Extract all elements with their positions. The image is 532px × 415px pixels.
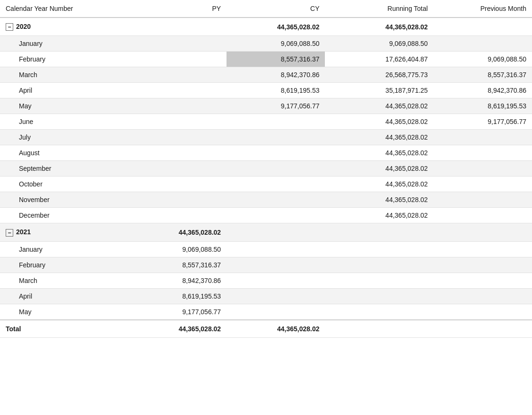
month-py-2020-march: [128, 67, 227, 83]
month-cy-2020-january: 9,069,088.50: [227, 36, 325, 52]
month-label-2020-may: May: [0, 98, 128, 114]
month-label-2020-october: October: [0, 177, 128, 192]
month-cy-2020-may: 9,177,056.77: [227, 98, 325, 114]
month-prev-month-2020-november: [434, 192, 532, 208]
header-cy: CY: [227, 0, 325, 18]
row-2020-march: March8,942,370.8626,568,775.738,557,316.…: [0, 67, 532, 83]
month-py-2020-december: [128, 208, 227, 223]
total-prev-month: [434, 320, 532, 338]
total-cy: 44,365,028.02: [227, 320, 325, 338]
header-running-total: Running Total: [325, 0, 433, 18]
month-cy-2020-july: [227, 130, 325, 145]
month-prev-month-2021-may: [434, 304, 532, 320]
month-py-2021-january: 9,069,088.50: [128, 241, 227, 257]
month-cy-2021-march: [227, 273, 325, 288]
month-py-2020-july: [128, 130, 227, 145]
month-label-2021-march: March: [0, 273, 128, 288]
month-prev-month-2020-october: [434, 177, 532, 192]
month-running-total-2020-november: 44,365,028.02: [325, 192, 433, 208]
row-2020-january: January9,069,088.509,069,088.50: [0, 36, 532, 52]
collapse-icon-2021[interactable]: −: [6, 229, 13, 237]
month-label-2020-september: September: [0, 161, 128, 177]
month-cy-2020-october: [227, 177, 325, 192]
month-running-total-2020-june: 44,365,028.02: [325, 114, 433, 130]
total-label: Total: [0, 320, 128, 338]
header-py: PY: [128, 0, 227, 18]
month-prev-month-2020-march: 8,557,316.37: [434, 67, 532, 83]
row-2021-march: March8,942,370.86: [0, 273, 532, 288]
month-running-total-2020-april: 35,187,971.25: [325, 83, 433, 98]
row-2020-april: April8,619,195.5335,187,971.258,942,370.…: [0, 83, 532, 98]
row-2020-november: November44,365,028.02: [0, 192, 532, 208]
month-py-2020-june: [128, 114, 227, 130]
month-cy-2020-december: [227, 208, 325, 223]
group-year-cy-2020: 44,365,028.02: [227, 18, 325, 36]
group-year-running-total-2020: 44,365,028.02: [325, 18, 433, 36]
month-label-2021-february: February: [0, 257, 128, 273]
month-running-total-2020-october: 44,365,028.02: [325, 177, 433, 192]
header-row: Calendar Year Number PY CY Running Total…: [0, 0, 532, 18]
month-cy-2020-march: 8,942,370.86: [227, 67, 325, 83]
row-2021-january: January9,069,088.50: [0, 241, 532, 257]
month-prev-month-2020-june: 9,177,056.77: [434, 114, 532, 130]
month-prev-month-2020-august: [434, 145, 532, 161]
month-label-2021-january: January: [0, 241, 128, 257]
month-cy-2020-september: [227, 161, 325, 177]
month-running-total-2021-february: [325, 257, 433, 273]
month-running-total-2021-january: [325, 241, 433, 257]
month-prev-month-2020-may: 8,619,195.53: [434, 98, 532, 114]
month-py-2020-april: [128, 83, 227, 98]
group-year-prev-month-2020: [434, 18, 532, 36]
month-label-2021-april: April: [0, 288, 128, 304]
month-py-2021-may: 9,177,056.77: [128, 304, 227, 320]
month-running-total-2020-february: 17,626,404.87: [325, 52, 433, 67]
month-running-total-2021-april: [325, 288, 433, 304]
month-py-2020-february: [128, 52, 227, 67]
month-cy-2021-february: [227, 257, 325, 273]
month-label-2020-march: March: [0, 67, 128, 83]
month-py-2020-january: [128, 36, 227, 52]
row-2020-september: September44,365,028.02: [0, 161, 532, 177]
month-prev-month-2020-april: 8,942,370.86: [434, 83, 532, 98]
collapse-icon-2020[interactable]: −: [6, 23, 13, 31]
total-running-total: [325, 320, 433, 338]
month-cy-2020-february: 8,557,316.37: [227, 52, 325, 67]
month-prev-month-2021-january: [434, 241, 532, 257]
month-running-total-2021-may: [325, 304, 433, 320]
group-year-running-total-2021: [325, 223, 433, 241]
row-2020-february: February8,557,316.3717,626,404.879,069,0…: [0, 52, 532, 67]
group-year-py-2020: [128, 18, 227, 36]
month-running-total-2021-march: [325, 273, 433, 288]
group-year-py-2021: 44,365,028.02: [128, 223, 227, 241]
total-row: Total44,365,028.0244,365,028.02: [0, 320, 532, 338]
group-header-2021: −202144,365,028.02: [0, 223, 532, 241]
month-label-2020-january: January: [0, 36, 128, 52]
month-prev-month-2021-march: [434, 273, 532, 288]
month-py-2020-may: [128, 98, 227, 114]
row-2020-june: June44,365,028.029,177,056.77: [0, 114, 532, 130]
month-py-2021-april: 8,619,195.53: [128, 288, 227, 304]
row-2020-december: December44,365,028.02: [0, 208, 532, 223]
data-table: Calendar Year Number PY CY Running Total…: [0, 0, 532, 338]
month-label-2021-may: May: [0, 304, 128, 320]
month-py-2021-february: 8,557,316.37: [128, 257, 227, 273]
month-prev-month-2020-january: [434, 36, 532, 52]
month-label-2020-august: August: [0, 145, 128, 161]
row-2021-may: May9,177,056.77: [0, 304, 532, 320]
month-prev-month-2020-february: 9,069,088.50: [434, 52, 532, 67]
month-cy-2020-june: [227, 114, 325, 130]
row-2020-may: May9,177,056.7744,365,028.028,619,195.53: [0, 98, 532, 114]
month-label-2020-december: December: [0, 208, 128, 223]
header-calendar-year: Calendar Year Number: [0, 0, 128, 18]
month-label-2020-june: June: [0, 114, 128, 130]
month-cy-2021-january: [227, 241, 325, 257]
month-running-total-2020-may: 44,365,028.02: [325, 98, 433, 114]
month-running-total-2020-july: 44,365,028.02: [325, 130, 433, 145]
row-2020-july: July44,365,028.02: [0, 130, 532, 145]
group-header-2020: −202044,365,028.0244,365,028.02: [0, 18, 532, 36]
month-running-total-2020-march: 26,568,775.73: [325, 67, 433, 83]
month-py-2020-october: [128, 177, 227, 192]
group-year-label-2020: −2020: [0, 18, 128, 36]
month-label-2020-july: July: [0, 130, 128, 145]
month-prev-month-2021-february: [434, 257, 532, 273]
